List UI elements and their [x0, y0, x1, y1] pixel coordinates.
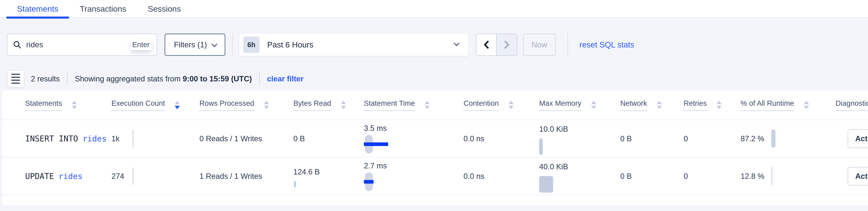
sort-arrows-icon[interactable] — [72, 101, 77, 109]
activate-diagnostics-button[interactable]: Activate — [848, 167, 868, 185]
tab[interactable]: Sessions — [137, 0, 192, 18]
cell-bytes-read: 0 B — [293, 132, 364, 146]
chevron-down-icon — [212, 41, 217, 47]
cell-execution-count: 274 — [112, 172, 199, 181]
execution-count-bar — [133, 167, 133, 185]
search-input[interactable] — [26, 40, 130, 49]
filters-button[interactable]: Filters (1) — [164, 33, 225, 56]
column-header[interactable]: % of All Runtime — [741, 99, 836, 111]
search-box[interactable]: Enter — [7, 33, 157, 56]
sort-arrows-icon[interactable] — [425, 101, 430, 109]
cell-diagnostics: Activate — [836, 129, 868, 148]
execution-count-bar — [133, 130, 133, 147]
cell-contention: 0.0 ns — [464, 172, 539, 181]
activate-diagnostics-button[interactable]: Activate — [848, 129, 868, 148]
tab-strip: Statements Transactions Sessions — [0, 0, 868, 18]
cell-network: 0 B — [620, 172, 684, 181]
statement-time-bar — [364, 135, 409, 153]
tab-label: Statements — [17, 4, 58, 14]
statement-table-link[interactable]: rides — [83, 134, 106, 143]
time-range-dropdown[interactable]: 6h Past 6 Hours — [239, 33, 468, 56]
clear-filter-link[interactable]: clear filter — [267, 75, 304, 83]
cell-bytes-read: 124.6 B — [293, 165, 364, 187]
column-header-label: Contention — [464, 99, 499, 111]
table-body: INSERT INTOrides 1k 0 Reads / 1 Writes 0… — [2, 120, 868, 195]
chevron-down-icon — [454, 40, 460, 46]
retries-value: 0 — [684, 134, 688, 143]
bytes-read-bar — [294, 181, 296, 187]
search-icon — [13, 40, 22, 49]
time-nav-group — [476, 33, 517, 56]
column-header[interactable]: Bytes Read — [293, 99, 364, 111]
statement-time-value: 3.5 ms — [364, 124, 387, 133]
next-range-button[interactable] — [497, 34, 517, 55]
statement-time-value: 2.7 ms — [364, 161, 387, 170]
cell-network: 0 B — [620, 134, 684, 143]
contention-value: 0.0 ns — [464, 134, 484, 143]
column-header[interactable]: Rows Processed — [199, 99, 293, 111]
divider — [67, 73, 67, 85]
summary-range: 9:00 to 15:59 (UTC) — [183, 75, 252, 83]
aggregation-summary: Showing aggregated stats from9:00 to 15:… — [75, 75, 252, 83]
column-header[interactable]: Statements — [25, 99, 112, 111]
max-memory-value: 40.0 KiB — [539, 160, 568, 174]
column-header[interactable]: Statement Time — [364, 99, 464, 111]
column-header-label: Diagnostics — [836, 99, 868, 111]
max-memory-bar — [539, 176, 553, 192]
reset-sql-stats-link[interactable]: reset SQL stats — [580, 40, 634, 49]
column-header[interactable]: Network — [620, 99, 684, 111]
column-header-label: Statement Time — [364, 99, 415, 111]
results-bar: 2 results Showing aggregated stats from9… — [7, 70, 304, 88]
column-header-label: Statements — [25, 99, 62, 111]
toolbar-divider — [232, 34, 232, 56]
enter-key-hint: Enter — [130, 39, 151, 50]
cell-max-memory: 40.0 KiB — [539, 160, 620, 192]
sort-arrows-icon[interactable] — [657, 101, 662, 109]
column-selector-button[interactable] — [7, 70, 24, 87]
pct-runtime-bar — [771, 167, 772, 185]
statement-table-link[interactable]: rides — [59, 172, 83, 181]
bytes-read-value: 0 B — [293, 132, 305, 146]
sort-arrows-icon[interactable] — [804, 101, 809, 109]
toolbar: Enter Filters (1) 6h Past 6 Hours Now re… — [7, 33, 634, 56]
cell-statement-time: 2.7 ms — [364, 161, 464, 191]
sort-arrows-icon[interactable] — [264, 101, 269, 109]
divider — [259, 73, 260, 85]
table-row[interactable]: INSERT INTOrides 1k 0 Reads / 1 Writes 0… — [2, 120, 868, 158]
column-header-label: Network — [620, 99, 647, 111]
column-header-label: Retries — [684, 99, 707, 111]
cell-statement: INSERT INTOrides — [25, 134, 112, 143]
execution-count-value: 274 — [112, 172, 124, 180]
table-row[interactable]: UPDATErides 274 1 Reads / 1 Writes 124.6… — [2, 158, 868, 195]
column-header[interactable]: Max Memory — [539, 99, 620, 111]
network-value: 0 B — [620, 172, 632, 180]
cell-pct-runtime: 12.8 % — [741, 167, 836, 185]
table-header-row: Statements Execution Count Rows Processe… — [2, 90, 868, 120]
sort-arrows-icon[interactable] — [508, 101, 514, 109]
column-header[interactable]: Diagnostics — [836, 99, 868, 111]
statement-keyword: INSERT INTO — [25, 134, 78, 143]
rows-processed-value: 0 Reads / 1 Writes — [199, 134, 262, 143]
column-header[interactable]: Execution Count — [112, 99, 199, 111]
tab[interactable]: Transactions — [69, 0, 137, 18]
sort-arrows-icon[interactable] — [341, 101, 346, 109]
sort-arrows-icon[interactable] — [591, 101, 596, 109]
column-header[interactable]: Contention — [464, 99, 539, 111]
column-header[interactable]: Retries — [684, 99, 741, 111]
sort-arrows-icon[interactable] — [716, 101, 722, 109]
cell-execution-count: 1k — [112, 134, 199, 143]
column-header-label: % of All Runtime — [741, 99, 794, 111]
toolbar-divider — [567, 34, 568, 56]
sort-arrows-icon[interactable] — [175, 101, 180, 109]
contention-value: 0.0 ns — [464, 172, 484, 180]
tab[interactable]: Statements — [6, 0, 69, 18]
summary-text: Showing aggregated stats from — [75, 75, 181, 83]
previous-range-button[interactable] — [476, 34, 497, 55]
time-range-badge: 6h — [243, 36, 259, 53]
now-button[interactable]: Now — [523, 33, 556, 56]
pct-runtime-value: 87.2 % — [741, 132, 764, 146]
cell-max-memory: 10.0 KiB — [539, 122, 620, 155]
max-memory-value: 10.0 KiB — [539, 122, 568, 136]
cell-statement: UPDATErides — [25, 172, 112, 181]
cell-rows-processed: 0 Reads / 1 Writes — [199, 134, 293, 143]
